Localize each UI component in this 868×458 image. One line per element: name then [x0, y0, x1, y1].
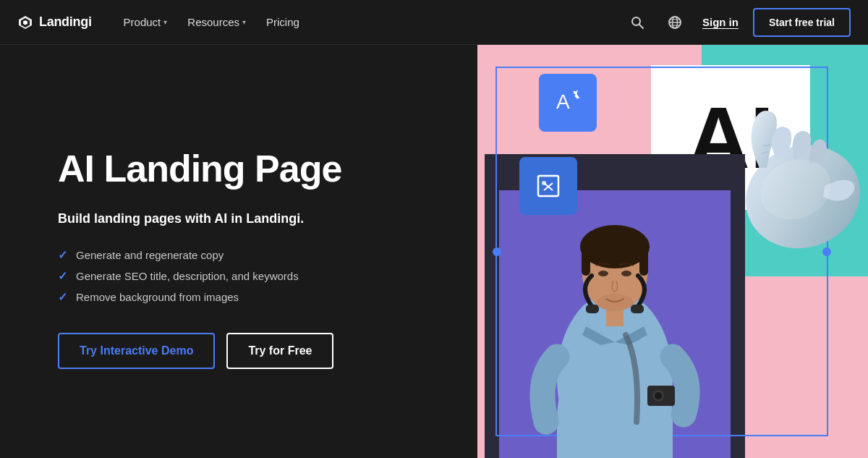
features-list: ✓ Generate and regenerate copy ✓ Generat…: [58, 248, 420, 304]
sparkle-icon: A: [552, 87, 584, 119]
svg-rect-19: [582, 247, 590, 276]
search-button[interactable]: [624, 9, 650, 35]
ai-feature-badge-2: [519, 157, 577, 215]
hero-text: AI Landing Page Build landing pages with…: [0, 45, 477, 458]
svg-line-4: [639, 25, 643, 28]
start-trial-button[interactable]: Start free trial: [753, 8, 851, 37]
main-content: AI Landing Page Build landing pages with…: [0, 45, 868, 458]
feature-item-2: ✓ Generate SEO title, description, and k…: [58, 269, 420, 283]
signin-button[interactable]: Sign in: [699, 10, 741, 34]
free-button[interactable]: Try for Free: [226, 333, 333, 369]
robot-hand-area: [694, 103, 868, 262]
demo-button[interactable]: Try Interactive Demo: [58, 333, 215, 369]
crop-icon: [532, 170, 564, 202]
ai-feature-badge-1: A: [539, 74, 597, 132]
navbar-right: Sign in Start free trial: [624, 8, 851, 37]
svg-rect-25: [586, 305, 599, 313]
check-icon-3: ✓: [58, 290, 67, 304]
logo-text: Landingi: [39, 14, 92, 30]
svg-rect-20: [639, 247, 648, 276]
cta-buttons: Try Interactive Demo Try for Free: [58, 333, 420, 369]
logo-icon: [17, 14, 33, 30]
hero-subtitle: Build landing pages with AI in Landingi.: [58, 210, 420, 228]
robot-hand-svg: [694, 103, 868, 262]
nav-items: Product ▾ Resources ▾ Pricing: [115, 10, 624, 34]
nav-item-pricing[interactable]: Pricing: [258, 10, 308, 34]
globe-icon: [668, 15, 682, 30]
feature-item-1: ✓ Generate and regenerate copy: [58, 248, 420, 262]
chevron-down-icon: ▾: [163, 18, 167, 26]
svg-point-23: [598, 271, 608, 276]
navbar: Landingi Product ▾ Resources ▾ Pricing: [0, 0, 868, 45]
logo[interactable]: Landingi: [17, 14, 92, 30]
svg-point-24: [621, 271, 631, 276]
feature-item-3: ✓ Remove background from images: [58, 290, 420, 304]
svg-point-18: [580, 225, 650, 268]
check-icon-2: ✓: [58, 269, 67, 283]
svg-text:A: A: [556, 90, 570, 113]
nav-item-resources[interactable]: Resources ▾: [179, 10, 255, 34]
globe-button[interactable]: [662, 9, 688, 35]
chevron-down-icon: ▾: [242, 18, 246, 26]
svg-point-29: [655, 392, 662, 399]
svg-rect-26: [631, 305, 644, 313]
hero-title: AI Landing Page: [58, 148, 420, 190]
hero-visual: AI A: [477, 45, 868, 458]
nav-item-product[interactable]: Product ▾: [115, 10, 176, 34]
svg-point-15: [542, 181, 546, 185]
check-icon-1: ✓: [58, 248, 67, 262]
search-icon: [630, 15, 644, 30]
